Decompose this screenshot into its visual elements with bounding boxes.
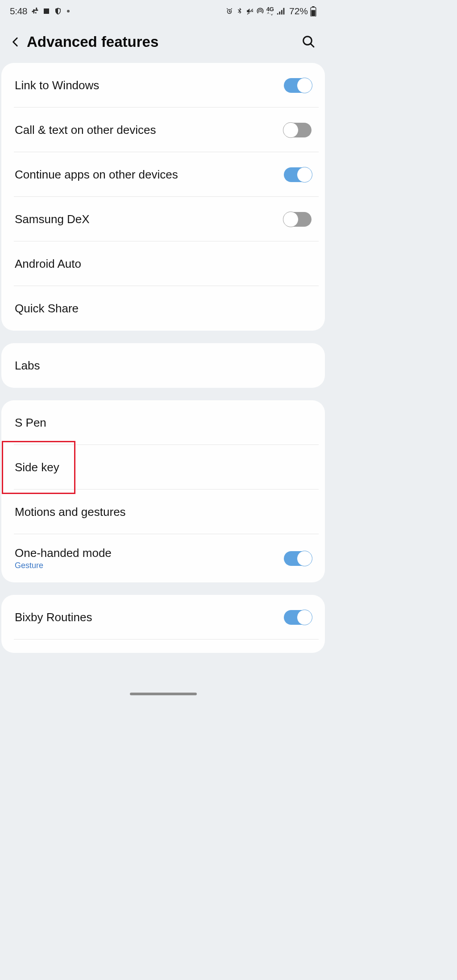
setting-label: Link to Windows [15, 79, 99, 92]
page-header: Advanced features [0, 20, 326, 63]
setting-label: S Pen [15, 416, 46, 430]
toggle-switch[interactable] [284, 551, 312, 566]
setting-label: Motions and gestures [15, 505, 126, 519]
back-icon[interactable] [10, 34, 23, 50]
setting-call-text-other-devices[interactable]: Call & text on other devices [1, 108, 325, 152]
dot-separator [67, 10, 70, 12]
setting-hidden-next[interactable] [1, 639, 325, 653]
setting-label: Android Auto [15, 257, 81, 271]
bluetooth-icon [236, 7, 244, 15]
signal-icon [276, 7, 286, 15]
setting-one-handed-mode[interactable]: One-handed mode Gesture [1, 534, 325, 582]
setting-continue-apps[interactable]: Continue apps on other devices [1, 152, 325, 197]
settings-group: Link to Windows Call & text on other dev… [1, 63, 325, 331]
toggle-switch[interactable] [284, 167, 312, 182]
setting-bixby-routines[interactable]: Bixby Routines [1, 595, 325, 639]
setting-android-auto[interactable]: Android Auto [1, 241, 325, 286]
setting-sublabel: Gesture [15, 561, 112, 570]
settings-group: S Pen Side key Motions and gestures One-… [1, 400, 325, 582]
hotspot-icon [256, 7, 264, 15]
status-bar: 5:48 4G 72% [0, 0, 326, 20]
slack-icon [31, 7, 39, 15]
setting-label: Continue apps on other devices [15, 168, 178, 182]
search-icon[interactable] [301, 34, 316, 50]
toggle-switch[interactable] [284, 212, 312, 227]
status-right: 4G 72% [225, 6, 316, 17]
setting-label: Call & text on other devices [15, 123, 156, 137]
alarm-icon [225, 7, 233, 15]
settings-group: Bixby Routines [1, 595, 325, 653]
image-icon [42, 7, 50, 15]
setting-label: Side key [15, 461, 59, 474]
setting-link-to-windows[interactable]: Link to Windows [1, 63, 325, 108]
mute-icon [246, 7, 254, 15]
setting-label: One-handed mode [15, 546, 112, 560]
setting-label: Labs [15, 359, 40, 373]
setting-samsung-dex[interactable]: Samsung DeX [1, 197, 325, 241]
nav-handle[interactable] [130, 693, 197, 695]
toggle-switch[interactable] [284, 78, 312, 93]
setting-label: Samsung DeX [15, 212, 90, 226]
setting-label: Bixby Routines [15, 610, 92, 624]
setting-side-key[interactable]: Side key [1, 445, 325, 490]
toggle-switch[interactable] [284, 123, 312, 137]
toggle-switch[interactable] [284, 610, 312, 625]
setting-label: Quick Share [15, 302, 79, 316]
setting-labs[interactable]: Labs [1, 343, 325, 388]
setting-motions-gestures[interactable]: Motions and gestures [1, 490, 325, 534]
status-left: 5:48 [10, 6, 71, 17]
shield-icon [54, 7, 62, 15]
status-time: 5:48 [10, 6, 27, 17]
page-title: Advanced features [27, 33, 301, 50]
svg-line-4 [311, 44, 314, 47]
battery-icon [310, 6, 316, 16]
battery-percentage: 72% [289, 6, 308, 17]
svg-rect-2 [312, 10, 316, 16]
setting-quick-share[interactable]: Quick Share [1, 286, 325, 331]
network-type-icon: 4G [266, 6, 274, 16]
setting-s-pen[interactable]: S Pen [1, 400, 325, 445]
settings-group: Labs [1, 343, 325, 388]
